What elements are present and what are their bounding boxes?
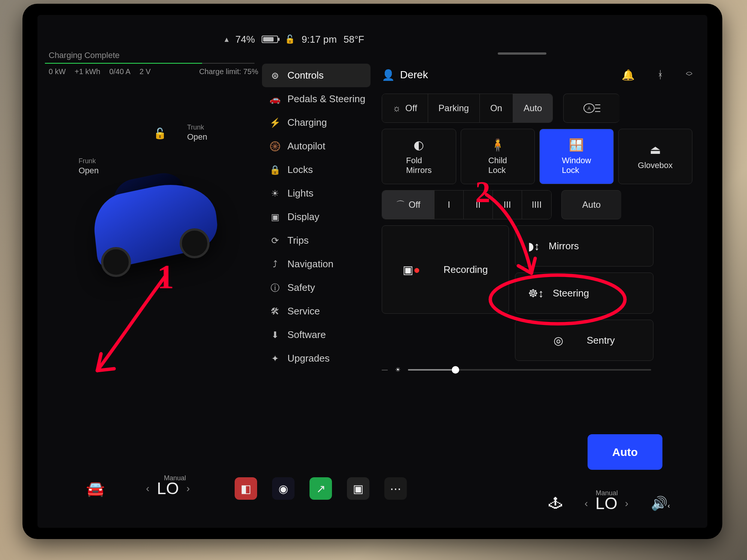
steering-icon: ☸↕ <box>528 287 544 300</box>
settings-sidebar: ⊜Controls🚗Pedals & Steering⚡Charging🛞Aut… <box>262 64 371 445</box>
sidebar-item-trips[interactable]: ⟳Trips <box>262 229 371 252</box>
sentry-tile[interactable]: ◎ Sentry <box>515 320 653 361</box>
sidebar-icon: 🔒 <box>269 165 281 175</box>
brightness-icon: ☼ <box>393 103 401 113</box>
wiper-3[interactable]: III <box>493 191 522 219</box>
battery-arrow-icon: ▴ <box>225 34 229 44</box>
car-visual: 🔓 TrunkOpen FrunkOpen <box>49 90 258 374</box>
wiper-4[interactable]: IIII <box>522 191 551 219</box>
trunk-toggle[interactable]: TrunkOpen <box>187 124 207 142</box>
tile-fold-mirrors[interactable]: ◐FoldMirrors <box>382 129 456 184</box>
app-1[interactable]: ◧ <box>235 477 257 500</box>
sidebar-item-locks[interactable]: 🔒Locks <box>262 158 371 182</box>
wiper-off[interactable]: ⌒Off <box>382 191 435 219</box>
sidebar-item-navigation[interactable]: ⤴Navigation <box>262 252 371 276</box>
headlamp-button[interactable]: A <box>563 94 619 123</box>
steering-adjust[interactable]: ☸↕Steering <box>515 273 653 314</box>
temp-up[interactable]: › <box>186 483 190 494</box>
sidebar-item-autopilot[interactable]: 🛞Autopilot <box>262 134 371 158</box>
sidebar-icon: ⊜ <box>269 70 281 81</box>
sidebar-icon: 🚗 <box>269 94 281 104</box>
volume-icon[interactable]: 🔊‹ <box>651 496 670 511</box>
controls-panel: ☼OffParkingOnAuto A ◐FoldMirrors🧍ChildLo… <box>382 94 692 373</box>
sidebar-item-pedals-steering[interactable]: 🚗Pedals & Steering <box>262 87 371 111</box>
sidebar-item-controls[interactable]: ⊜Controls <box>262 64 371 87</box>
status-bar: ▴ 74% 🔓 9:17 pm 58°F <box>37 30 707 49</box>
sidebar-icon: ⬇ <box>269 330 281 340</box>
climate-right[interactable]: ‹ Manual LO › <box>585 494 628 513</box>
lights-auto[interactable]: Auto <box>513 94 552 122</box>
sidebar-icon: 🛠 <box>269 306 281 317</box>
wiper-icon: ⌒ <box>396 199 405 211</box>
user-profile[interactable]: 👤 Derek <box>382 69 428 81</box>
charging-title: Charging Complete <box>49 51 120 60</box>
charging-stats: 0 kW +1 kWh 0/40 A 2 V <box>49 67 151 76</box>
sidebar-icon: ☀ <box>269 188 281 199</box>
charge-progress[interactable] <box>45 63 254 64</box>
tile-glovebox[interactable]: ⏏Glovebox <box>618 129 693 184</box>
sidebar-item-service[interactable]: 🛠Service <box>262 299 371 323</box>
bell-icon[interactable]: 🔔 <box>622 69 635 81</box>
lights-mode-group: ☼OffParkingOnAuto <box>382 94 553 123</box>
sidebar-item-safety[interactable]: ⓘSafety <box>262 276 371 299</box>
wiper-auto[interactable]: Auto <box>561 190 621 219</box>
arcade-icon[interactable]: 🕹 <box>549 496 562 511</box>
battery-pct: 74% <box>235 34 255 45</box>
charge-limit[interactable]: Charge limit: 75% <box>199 67 258 76</box>
sidebar-icon: ⟳ <box>269 235 281 246</box>
sidebar-item-software[interactable]: ⬇Software <box>262 323 371 347</box>
sidebar-icon: ✦ <box>269 353 281 364</box>
wiper-group: ⌒Off I II III IIII <box>382 190 552 219</box>
wiper-2[interactable]: II <box>464 191 493 219</box>
mirrors-adjust[interactable]: ◗↕Mirrors <box>515 225 653 267</box>
drawer-handle[interactable] <box>498 52 546 55</box>
tile-window-lock[interactable]: 🪟WindowLock <box>539 129 614 184</box>
brightness-icon: ☀ <box>395 366 400 373</box>
app-camera[interactable]: ◉ <box>272 477 295 500</box>
frunk-toggle[interactable]: FrunkOpen <box>79 157 99 176</box>
tile-child-lock[interactable]: 🧍ChildLock <box>461 129 535 184</box>
svg-text:A: A <box>588 106 591 111</box>
bottom-dock: 🚘 ‹ Manual LO › ◧ ◉ ↗ ▣ ⋯ 🕹 ‹ Manual LO <box>52 460 692 517</box>
user-icon: 👤 <box>382 69 395 81</box>
wiper-1[interactable]: I <box>435 191 464 219</box>
temp-down[interactable]: ‹ <box>146 483 149 494</box>
wifi-icon[interactable]: ⌔ <box>686 69 692 81</box>
temp: 58°F <box>344 34 364 45</box>
sentry-icon: ◎ <box>554 334 563 347</box>
app-3[interactable]: ↗ <box>310 477 332 500</box>
brightness-slider[interactable]: — ☀ <box>382 366 651 373</box>
lights-parking[interactable]: Parking <box>428 94 480 122</box>
clock: 9:17 pm <box>302 34 337 45</box>
dashcam-icon: ▣● <box>403 263 420 276</box>
sidebar-item-display[interactable]: ▣Display <box>262 205 371 229</box>
bluetooth-icon[interactable]: ᚼ <box>657 69 664 81</box>
sidebar-icon: 🛞 <box>269 141 281 152</box>
sidebar-item-charging[interactable]: ⚡Charging <box>262 111 371 134</box>
sidebar-icon: ⚡ <box>269 118 281 128</box>
climate-left[interactable]: ‹ Manual LO › <box>146 479 190 498</box>
sidebar-icon: ⓘ <box>269 282 281 294</box>
app-dashcam[interactable]: ▣ <box>347 477 369 500</box>
lock-icon[interactable]: 🔓 <box>285 34 295 44</box>
sidebar-item-lights[interactable]: ☀Lights <box>262 182 371 205</box>
sidebar-icon: ▣ <box>269 212 281 222</box>
lights-on[interactable]: On <box>480 94 513 122</box>
app-more[interactable]: ⋯ <box>384 477 407 500</box>
recording-tile[interactable]: ▣● Recording <box>382 225 509 314</box>
sidebar-item-upgrades[interactable]: ✦Upgrades <box>262 347 371 370</box>
car-app-icon[interactable]: 🚘 <box>86 480 105 497</box>
sidebar-icon: ⤴ <box>269 259 281 270</box>
mirror-icon: ◗↕ <box>528 240 540 253</box>
lights-off[interactable]: ☼Off <box>382 94 428 122</box>
unlock-icon[interactable]: 🔓 <box>153 127 167 140</box>
battery-icon <box>262 36 278 43</box>
